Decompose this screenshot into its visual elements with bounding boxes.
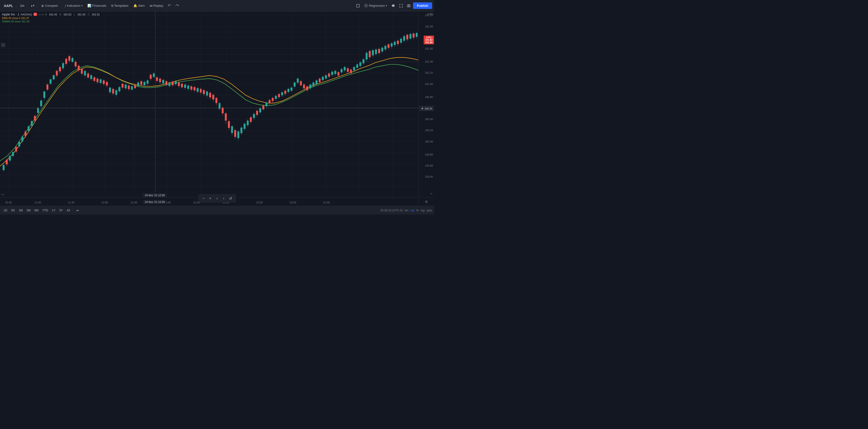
svg-rect-252 [334,71,336,74]
reset-zoom-button[interactable]: ↺ [228,195,234,201]
auto-button[interactable]: auto [427,209,432,212]
chart-svg [0,11,418,197]
svg-rect-98 [93,77,95,81]
svg-rect-176 [215,98,217,103]
h-label: H [59,13,61,16]
collapse-button[interactable]: ‹ [1,43,5,47]
svg-rect-5 [407,5,410,7]
templates-icon: ⧉ [111,4,113,8]
zoom-minus-button[interactable]: − [201,195,207,201]
svg-rect-48 [15,147,17,151]
price-161-20: 161.20 [425,71,433,74]
svg-rect-140 [159,79,161,82]
svg-rect-88 [78,66,80,70]
zoom-plus-button[interactable]: + [208,195,213,201]
svg-rect-216 [278,94,280,97]
svg-rect-148 [172,82,174,85]
svg-rect-154 [181,84,183,87]
timeframe-5d[interactable]: 5D [9,208,17,213]
swma-line: SWMA 30 close 161.34 [2,20,101,23]
timeframe-6m[interactable]: 6M [33,208,40,213]
chart-canvas[interactable]: 24 Nov '21 12:59 TV [0,11,418,197]
svg-rect-50 [18,142,20,146]
tv-logo: TV [1,193,4,196]
svg-rect-124 [134,85,136,88]
adj-button[interactable]: adj [410,209,414,212]
red-badge: D [33,13,37,16]
scroll-back-button[interactable]: ‹ [214,195,220,201]
svg-rect-166 [200,89,202,92]
price-axis-expand[interactable]: » [430,192,432,195]
separator-3 [37,3,38,8]
timeframe-selector[interactable]: 1m [18,3,26,8]
publish-button[interactable]: Publish [413,2,432,9]
fullscreen-button[interactable] [398,2,404,9]
price-162-20: 162.20 [425,14,433,17]
cursor-price: ⊕ 160.91 [420,106,434,111]
templates-label: Templates [114,4,128,7]
svg-rect-190 [237,131,239,138]
scroll-forward-button[interactable]: › [221,195,227,201]
svg-rect-302 [412,33,414,37]
timeframe-1y[interactable]: 1Y [50,208,57,213]
svg-rect-226 [294,82,296,86]
screenshot-button[interactable] [405,2,412,9]
ema-label: EMA 30 close 0 [2,17,20,20]
redo-button[interactable] [174,2,181,9]
timeframe-1d[interactable]: 1D [2,208,9,213]
pct-button[interactable]: % [416,209,419,212]
aapl-price-1: 161.82 [425,38,433,41]
compare-timeframes-icon[interactable]: ⇌ [74,208,81,213]
financials-button[interactable]: 📊 Financials [86,3,108,8]
svg-rect-170 [206,91,208,96]
compare-button[interactable]: ⊕ Compare [39,3,60,9]
svg-rect-256 [341,69,343,72]
alert-button[interactable]: 🔔 Alert [131,3,147,8]
svg-rect-184 [228,121,230,128]
alert-icon: 🔔 [133,4,137,7]
regression-chevron: ▾ [386,4,387,7]
templates-button[interactable]: ⧉ Templates [109,3,130,9]
svg-rect-40 [3,165,5,170]
timeframe-all[interactable]: All [65,208,71,213]
svg-rect-280 [378,49,380,53]
aapl-badge-label: AAPL [426,36,432,38]
time-axis-settings-icon[interactable]: ⚙ [425,200,428,204]
svg-rect-292 [397,41,399,44]
timeframe-ytd[interactable]: YTD [41,208,50,213]
time-15-30: 15:30 [323,201,330,204]
timeframe-5y[interactable]: 5Y [58,208,64,213]
svg-rect-144 [165,81,167,85]
timeframe-1m[interactable]: 1M [17,208,25,213]
time-14-30: 14:30 [256,201,263,204]
price-160-20: 160.20 [425,129,433,132]
bar-type-button[interactable] [29,2,36,9]
svg-rect-136 [153,73,155,77]
indicators-chevron: ▾ [81,4,83,7]
replay-button[interactable]: ⏮ Replay [148,3,165,8]
settings-button[interactable] [390,2,397,9]
svg-rect-58 [31,121,33,126]
aapl-price-badge: AAPL 161.82 161.80 [424,36,434,44]
svg-rect-80 [65,59,67,64]
h-value: 161.52 [63,13,71,16]
crosshair-time-axis-label: 24 Nov '21 12:59 [144,200,166,204]
time-axis-right: ⚙ [418,200,434,204]
l-label: L [74,13,75,16]
ohlc-values: O 161.42 H 161.52 L 161.42 C 161.51 [45,13,101,16]
layout-button[interactable] [354,2,361,9]
regression-button[interactable]: ⟳ Regression ▾ [362,3,389,9]
svg-rect-232 [303,85,305,88]
price-162-00: 162.00 [425,25,433,28]
svg-rect-156 [184,85,186,88]
indicators-button[interactable]: 𝑓 Indicators ▾ [63,3,85,9]
timeframe-3m[interactable]: 3M [25,208,32,213]
log-button[interactable]: log [421,209,425,212]
svg-rect-282 [381,48,383,52]
symbol-selector[interactable]: AAPL [2,3,15,9]
svg-rect-150 [175,81,177,84]
undo-button[interactable] [166,2,173,9]
svg-rect-132 [147,81,149,84]
svg-rect-168 [203,90,205,94]
ext-button[interactable]: ext [405,209,408,212]
